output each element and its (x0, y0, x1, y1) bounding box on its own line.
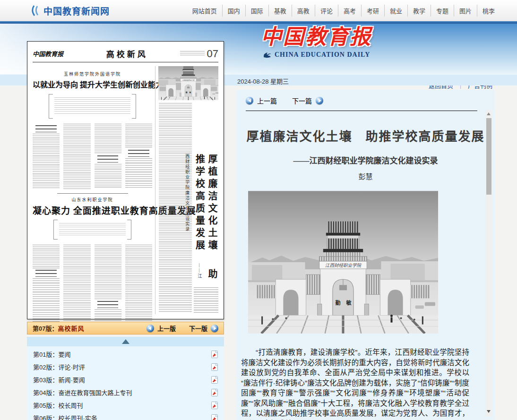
edition-label[interactable]: 第06版：校长周刊·实务 (33, 413, 97, 420)
title-rule (246, 111, 477, 111)
nav-item[interactable]: 教学 (407, 5, 431, 17)
pdf-icon[interactable] (211, 389, 218, 396)
nav-item[interactable]: 国内 (222, 5, 245, 17)
ced-logo-en: CHINA EDUCATION DAILY (275, 51, 370, 59)
page-bar-nav: 上一版 下一版 (146, 324, 218, 333)
page-bar-section: 高校新风 (58, 324, 84, 333)
newspaper-page-preview[interactable]: 中国教育报 高校新风 07 玉林师范学院外国语学院 以就业为导向 提升大学生创新… (27, 41, 224, 319)
issue-date: 2024-08-28 星期三 (237, 77, 289, 86)
pdf-icon[interactable] (211, 414, 218, 420)
paper-meta-lines (180, 51, 205, 56)
ced-logo-en-row: CHINA EDUCATION DAILY (263, 51, 372, 59)
edition-row[interactable]: 第05版：校长周刊 (27, 399, 224, 411)
article-nav: 上一篇 下一篇 (236, 90, 495, 105)
paper-page-header: 中国教育报 高校新风 07 (33, 45, 218, 62)
ced-logo-cn: 中国教育报 (261, 24, 372, 50)
next-page-icon[interactable] (211, 325, 218, 332)
paper-meta: 07 (180, 48, 218, 60)
paper-featured-article[interactable]: 厚植廉洁文化土壤 助推学校高质量发展 ——江西财经职业学院廉洁文化建设实录 (155, 66, 218, 314)
nav-item[interactable]: 网站首页 (187, 5, 222, 17)
prev-article-button[interactable]: 上一篇 (257, 96, 277, 105)
next-article-button[interactable]: 下一篇 (292, 96, 312, 105)
pdf-icon[interactable] (211, 351, 218, 358)
site-logo-text: 中国教育新闻网 (43, 4, 110, 17)
edition-label[interactable]: 第05版：校长周刊 (33, 401, 83, 410)
pdf-icon[interactable] (211, 363, 218, 371)
ced-leaf-icon (263, 51, 272, 59)
nav-item[interactable]: 就业 (384, 5, 407, 17)
paper-section-title: 高校新风 (74, 48, 180, 60)
article2-columns (33, 245, 152, 326)
nav-item[interactable]: 桃李 (477, 5, 500, 17)
paper-column: 中国教育报 高校新风 07 玉林师范学院外国语学院 以就业为导向 提升大学生创新… (27, 41, 224, 420)
pdf-icon[interactable] (211, 376, 218, 384)
nav-item[interactable]: 评论 (315, 5, 338, 17)
prev-page-button[interactable]: 上一版 (157, 324, 176, 333)
featured-thumb-photo (158, 66, 218, 100)
article1-intro-box (49, 94, 136, 119)
nav-item[interactable]: 基教 (268, 5, 292, 17)
article-panel: 上一篇 下一篇 厚植廉洁文化土壤 助推学校高质量发展 ——江西财经职业学院廉洁文… (236, 90, 495, 420)
article2-intro-box (53, 220, 131, 240)
nav-item[interactable]: 国际 (245, 5, 268, 17)
article-subtitle: ——江西财经职业学院廉洁文化建设实录 (236, 154, 495, 166)
paper-page-number: 07 (207, 48, 218, 60)
featured-text-lines-bottom (194, 287, 218, 313)
featured-vertical-headline[interactable]: 厚植廉洁文化土壤 助推学校高质量发展 ——江西财经职业学院廉洁文化建设实录 (181, 154, 218, 283)
prev-article-icon[interactable] (246, 97, 253, 104)
triangle-up-icon (122, 339, 129, 344)
nav-item[interactable]: 考研 (361, 5, 384, 17)
article1-columns (33, 124, 152, 189)
edition-row[interactable]: 第04版：奋进在教育强国大路上专刊 (27, 386, 224, 399)
pdf-icon[interactable] (211, 402, 218, 409)
article-author: 彭慧 (236, 171, 495, 181)
paper-articles: 玉林师范学院外国语学院 以就业为导向 提升大学生创新创业能力 山东水利职业学院 … (33, 66, 152, 314)
article-body: “打造清廉教育，建设清廉学校”。近年来，江西财经职业学院坚持将廉洁文化建设作为必… (241, 347, 469, 420)
scrollbar-up-arrow[interactable] (487, 112, 491, 115)
edition-label[interactable]: 第04版：奋进在教育强国大路上专刊 (33, 388, 132, 397)
site-logo[interactable]: 中国教育新闻网 (30, 4, 110, 17)
edition-label[interactable]: 第01版：要闻 (33, 350, 70, 359)
edition-row[interactable]: 第06版：校长周刊·实务 (27, 411, 224, 420)
edition-row[interactable]: 第01版：要闻 (27, 348, 224, 360)
paper-page-body: 玉林师范学院外国语学院 以就业为导向 提升大学生创新创业能力 山东水利职业学院 … (33, 66, 218, 314)
next-page-button[interactable]: 下一版 (189, 324, 207, 333)
article-divider (57, 193, 128, 194)
scrollbar-thumb[interactable] (486, 118, 491, 195)
edition-list-scroll-up[interactable] (27, 337, 224, 346)
article-title: 厚植廉洁文化土壤 助推学校高质量发展 (236, 127, 495, 144)
article1-kicker[interactable]: 玉林师范学院外国语学院 (33, 71, 152, 77)
ced-logo[interactable]: 中国教育报 CHINA EDUCATION DAILY (261, 24, 372, 59)
scrollbar-down-arrow[interactable] (487, 410, 491, 413)
edition-label[interactable]: 第03版：新闻·要闻 (33, 375, 85, 384)
edition-row[interactable]: 第02版：评论·时评 (27, 360, 224, 373)
article-photo (248, 191, 438, 334)
nav-item[interactable]: 图片 (454, 5, 477, 17)
edition-list: 第01版：要闻 第02版：评论·时评 第03版：新闻·要闻 (27, 346, 224, 420)
prev-page-icon[interactable] (146, 325, 154, 332)
featured-headline-line1: 厚植廉洁文化土壤 (207, 154, 217, 252)
page-bar-prefix: 第07版： (33, 324, 58, 333)
nav-item[interactable]: 高考 (338, 5, 361, 17)
edition-label[interactable]: 第02版：评论·时评 (33, 362, 85, 371)
article2-kicker[interactable]: 山东水利职业学院 (33, 197, 152, 203)
site-header: 中国教育新闻网 网站首页国内国际基教高教评论高考考研就业教学专题图片桃李 (0, 0, 517, 21)
article2-headline[interactable]: 凝心聚力 全面推进职业教育高质量发展 (33, 204, 152, 216)
nav-item[interactable]: 专题 (431, 5, 454, 17)
page: 中国教育新闻网 网站首页国内国际基教高教评论高考考研就业教学专题图片桃李 中国教… (0, 0, 517, 420)
next-article-icon[interactable] (316, 97, 323, 104)
paper-brand: 中国教育报 (33, 49, 74, 58)
nav-item[interactable]: 高教 (292, 5, 315, 17)
panel-scrollbar[interactable] (485, 110, 492, 417)
edition-row[interactable]: 第03版：新闻·要闻 (27, 373, 224, 386)
site-nav: 网站首页国内国际基教高教评论高考考研就业教学专题图片桃李 (187, 0, 500, 21)
site-logo-icon (30, 5, 40, 17)
page-bar: 第07版： 高校新风 上一版 下一版 (27, 322, 224, 334)
featured-article-body: 厚植廉洁文化土壤 助推学校高质量发展 ——江西财经职业学院廉洁文化建设实录 (159, 102, 218, 314)
article1-headline[interactable]: 以就业为导向 提升大学生创新创业能力 (33, 78, 152, 90)
